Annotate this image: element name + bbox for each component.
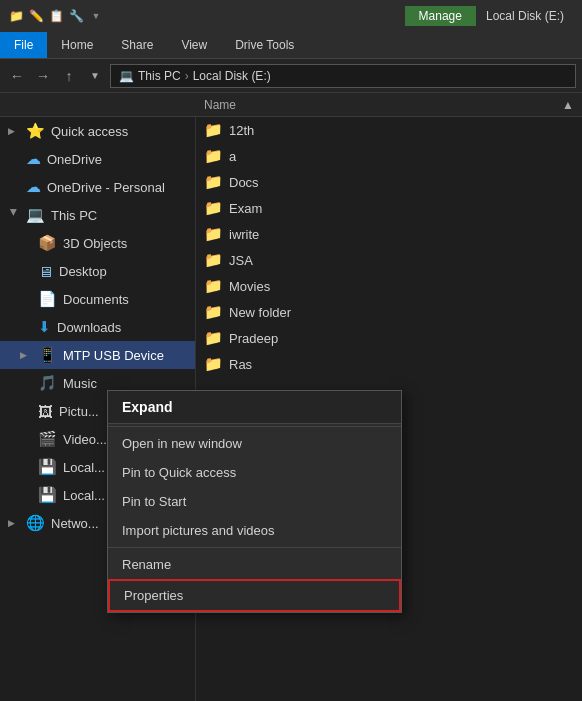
main-layout: ▶ ⭐ Quick access ☁ OneDrive ☁ OneDrive -… <box>0 117 582 701</box>
sidebar-item-onedrive[interactable]: ☁ OneDrive <box>0 145 195 173</box>
file-item-movies[interactable]: 📁 Movies <box>196 273 582 299</box>
ribbon: File Home Share View Drive Tools <box>0 32 582 59</box>
music-label: Music <box>63 376 97 391</box>
local-disk-2-icon: 💾 <box>38 486 57 504</box>
window-title: Local Disk (E:) <box>476 9 574 23</box>
folder-icon: 📁 <box>8 8 24 24</box>
ctx-divider-1 <box>108 426 401 427</box>
file-icon-docs: 📁 <box>204 173 223 191</box>
documents-label: Documents <box>63 292 129 307</box>
file-item-jsa[interactable]: 📁 JSA <box>196 247 582 273</box>
up-button[interactable]: ↑ <box>58 65 80 87</box>
videos-icon: 🎬 <box>38 430 57 448</box>
file-item-a[interactable]: 📁 a <box>196 143 582 169</box>
this-pc-arrow: ▶ <box>9 209 19 221</box>
3d-objects-label: 3D Objects <box>63 236 127 251</box>
tab-share[interactable]: Share <box>107 32 167 58</box>
file-item-iwrite[interactable]: 📁 iwrite <box>196 221 582 247</box>
path-separator: › <box>185 69 189 83</box>
file-icon-jsa: 📁 <box>204 251 223 269</box>
downloads-icon: ⬇ <box>38 318 51 336</box>
downloads-label: Downloads <box>57 320 121 335</box>
file-name-exam: Exam <box>229 201 262 216</box>
file-item-docs[interactable]: 📁 Docs <box>196 169 582 195</box>
tab-view[interactable]: View <box>167 32 221 58</box>
desktop-label: Desktop <box>59 264 107 279</box>
tab-drive-tools[interactable]: Drive Tools <box>221 32 308 58</box>
sidebar-item-quick-access[interactable]: ▶ ⭐ Quick access <box>0 117 195 145</box>
ctx-divider-2 <box>108 547 401 548</box>
ctx-item-import-pictures[interactable]: Import pictures and videos <box>108 516 401 545</box>
file-icon-12th: 📁 <box>204 121 223 139</box>
ctx-item-open-new-window[interactable]: Open in new window <box>108 429 401 458</box>
name-column-header: Name <box>204 98 236 112</box>
file-icon-new-folder: 📁 <box>204 303 223 321</box>
sidebar-item-documents[interactable]: 📄 Documents <box>0 285 195 313</box>
ctx-item-rename[interactable]: Rename <box>108 550 401 579</box>
column-header: Name ▲ <box>0 93 582 117</box>
address-bar: ← → ↑ ▼ 💻 This PC › Local Disk (E:) <box>0 59 582 93</box>
file-icon-exam: 📁 <box>204 199 223 217</box>
network-arrow: ▶ <box>8 518 20 528</box>
file-name-12th: 12th <box>229 123 254 138</box>
onedrive-personal-icon: ☁ <box>26 178 41 196</box>
address-path[interactable]: 💻 This PC › Local Disk (E:) <box>110 64 576 88</box>
file-name-jsa: JSA <box>229 253 253 268</box>
pictures-icon: 🖼 <box>38 403 53 420</box>
sort-arrow: ▲ <box>562 98 574 112</box>
desktop-icon: 🖥 <box>38 263 53 280</box>
tab-home[interactable]: Home <box>47 32 107 58</box>
ctx-header: Expand <box>108 391 401 424</box>
music-icon: 🎵 <box>38 374 57 392</box>
quick-access-label: Quick access <box>51 124 128 139</box>
title-bar: 📁 ✏️ 📋 🔧 ▼ Manage Local Disk (E:) <box>0 0 582 32</box>
mtp-usb-icon: 📱 <box>38 346 57 364</box>
dropdown-icon: ▼ <box>88 8 104 24</box>
local-disk-icon: 💾 <box>38 458 57 476</box>
file-icon-movies: 📁 <box>204 277 223 295</box>
forward-button[interactable]: → <box>32 65 54 87</box>
file-icon-pradeep: 📁 <box>204 329 223 347</box>
file-name-iwrite: iwrite <box>229 227 259 242</box>
path-local-disk: Local Disk (E:) <box>193 69 271 83</box>
onedrive-label: OneDrive <box>47 152 102 167</box>
onedrive-icon: ☁ <box>26 150 41 168</box>
sidebar-item-mtp-usb[interactable]: ▶ 📱 MTP USB Device <box>0 341 195 369</box>
settings-icon: 🔧 <box>68 8 84 24</box>
file-item-ras[interactable]: 📁 Ras <box>196 351 582 377</box>
context-menu: Expand Open in new window Pin to Quick a… <box>107 390 402 613</box>
file-name-movies: Movies <box>229 279 270 294</box>
tab-file[interactable]: File <box>0 32 47 58</box>
back-button[interactable]: ← <box>6 65 28 87</box>
file-name-ras: Ras <box>229 357 252 372</box>
quick-access-arrow: ▶ <box>8 126 20 136</box>
sidebar-item-desktop[interactable]: 🖥 Desktop <box>0 257 195 285</box>
path-this-pc: This PC <box>138 69 181 83</box>
sidebar-item-onedrive-personal[interactable]: ☁ OneDrive - Personal <box>0 173 195 201</box>
main-header[interactable]: Name ▲ <box>196 98 582 112</box>
pictures-label: Pictu... <box>59 404 99 419</box>
ctx-item-pin-quick-access[interactable]: Pin to Quick access <box>108 458 401 487</box>
ctx-item-properties[interactable]: Properties <box>108 579 401 612</box>
network-label: Netwo... <box>51 516 99 531</box>
quick-access-icon: ⭐ <box>26 122 45 140</box>
local-disk-2-label: Local... <box>63 488 105 503</box>
documents-icon: 📄 <box>38 290 57 308</box>
manage-button[interactable]: Manage <box>405 6 476 26</box>
ctx-item-pin-start[interactable]: Pin to Start <box>108 487 401 516</box>
file-item-pradeep[interactable]: 📁 Pradeep <box>196 325 582 351</box>
3d-objects-icon: 📦 <box>38 234 57 252</box>
this-pc-label: This PC <box>51 208 97 223</box>
path-icon: 💻 <box>119 69 134 83</box>
recent-button[interactable]: ▼ <box>84 65 106 87</box>
videos-label: Video... <box>63 432 107 447</box>
file-item-exam[interactable]: 📁 Exam <box>196 195 582 221</box>
sidebar-item-this-pc[interactable]: ▶ 💻 This PC <box>0 201 195 229</box>
file-name-a: a <box>229 149 236 164</box>
mtp-usb-arrow: ▶ <box>20 350 32 360</box>
sidebar-item-downloads[interactable]: ⬇ Downloads <box>0 313 195 341</box>
sidebar-item-3d-objects[interactable]: 📦 3D Objects <box>0 229 195 257</box>
file-name-new-folder: New folder <box>229 305 291 320</box>
file-item-new-folder[interactable]: 📁 New folder <box>196 299 582 325</box>
file-item-12th[interactable]: 📁 12th <box>196 117 582 143</box>
